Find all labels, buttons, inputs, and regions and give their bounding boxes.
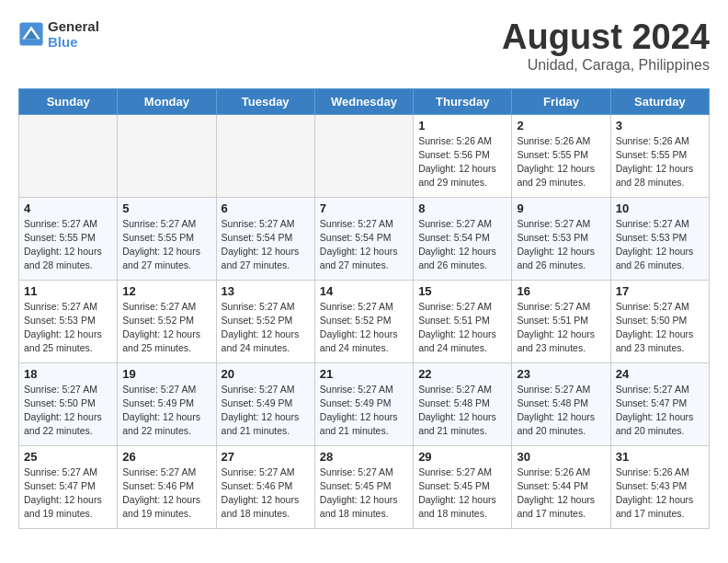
day-number: 6 [222,201,310,215]
day-info: Sunrise: 5:27 AM Sunset: 5:52 PM Dayligh… [222,300,310,356]
day-number: 24 [616,367,704,381]
logo-icon [18,21,44,47]
day-number: 21 [320,367,408,381]
calendar-cell: 30Sunrise: 5:26 AM Sunset: 5:44 PM Dayli… [512,445,610,528]
calendar-cell: 3Sunrise: 5:26 AM Sunset: 5:55 PM Daylig… [610,114,709,197]
weekday-header-sunday: Sunday [19,88,118,114]
calendar-week-2: 4Sunrise: 5:27 AM Sunset: 5:55 PM Daylig… [19,197,710,280]
day-number: 23 [517,367,605,381]
calendar-cell: 8Sunrise: 5:27 AM Sunset: 5:54 PM Daylig… [414,197,512,280]
calendar-cell: 7Sunrise: 5:27 AM Sunset: 5:54 PM Daylig… [314,197,413,280]
calendar-cell: 10Sunrise: 5:27 AM Sunset: 5:53 PM Dayli… [610,197,709,280]
day-info: Sunrise: 5:27 AM Sunset: 5:52 PM Dayligh… [122,300,210,356]
calendar-cell: 12Sunrise: 5:27 AM Sunset: 5:52 PM Dayli… [118,280,216,362]
calendar-cell: 29Sunrise: 5:27 AM Sunset: 5:45 PM Dayli… [414,445,512,528]
calendar-cell: 26Sunrise: 5:27 AM Sunset: 5:46 PM Dayli… [118,445,216,528]
day-info: Sunrise: 5:27 AM Sunset: 5:46 PM Dayligh… [122,465,210,522]
calendar-cell: 16Sunrise: 5:27 AM Sunset: 5:51 PM Dayli… [512,280,610,362]
calendar-cell: 4Sunrise: 5:27 AM Sunset: 5:55 PM Daylig… [19,197,118,280]
day-info: Sunrise: 5:27 AM Sunset: 5:47 PM Dayligh… [616,383,704,439]
day-number: 16 [517,284,605,298]
title-block: August 2024 Unidad, Caraga, Philippines [502,18,710,74]
weekday-header-row: SundayMondayTuesdayWednesdayThursdayFrid… [19,88,710,114]
calendar-cell: 23Sunrise: 5:27 AM Sunset: 5:48 PM Dayli… [512,362,610,445]
calendar-cell: 21Sunrise: 5:27 AM Sunset: 5:49 PM Dayli… [314,362,413,445]
calendar-cell: 28Sunrise: 5:27 AM Sunset: 5:45 PM Dayli… [314,445,413,528]
day-number: 14 [320,284,408,298]
weekday-header-saturday: Saturday [610,88,709,114]
logo-text: General Blue [48,18,99,50]
day-info: Sunrise: 5:27 AM Sunset: 5:54 PM Dayligh… [222,217,310,273]
day-number: 17 [616,284,704,298]
day-info: Sunrise: 5:27 AM Sunset: 5:45 PM Dayligh… [320,465,408,522]
day-info: Sunrise: 5:27 AM Sunset: 5:50 PM Dayligh… [24,383,112,439]
day-number: 1 [418,119,506,132]
day-number: 15 [418,284,506,298]
day-number: 11 [24,284,112,298]
weekday-header-friday: Friday [512,88,610,114]
day-number: 9 [517,201,605,215]
weekday-header-tuesday: Tuesday [216,88,314,114]
day-info: Sunrise: 5:27 AM Sunset: 5:53 PM Dayligh… [24,300,112,356]
day-number: 18 [24,367,112,381]
day-number: 2 [517,119,605,132]
calendar-cell: 9Sunrise: 5:27 AM Sunset: 5:53 PM Daylig… [512,197,610,280]
day-info: Sunrise: 5:26 AM Sunset: 5:55 PM Dayligh… [517,134,605,190]
day-number: 13 [222,284,310,298]
calendar-cell: 2Sunrise: 5:26 AM Sunset: 5:55 PM Daylig… [512,114,610,197]
day-number: 30 [517,450,605,464]
day-info: Sunrise: 5:27 AM Sunset: 5:53 PM Dayligh… [616,217,704,273]
day-number: 19 [122,367,210,381]
day-info: Sunrise: 5:27 AM Sunset: 5:54 PM Dayligh… [418,217,506,273]
calendar-cell: 13Sunrise: 5:27 AM Sunset: 5:52 PM Dayli… [216,280,314,362]
calendar-cell: 18Sunrise: 5:27 AM Sunset: 5:50 PM Dayli… [19,362,118,445]
day-number: 3 [616,119,704,132]
day-number: 31 [616,450,704,464]
day-info: Sunrise: 5:27 AM Sunset: 5:45 PM Dayligh… [418,465,506,522]
day-info: Sunrise: 5:27 AM Sunset: 5:47 PM Dayligh… [24,465,112,522]
day-info: Sunrise: 5:26 AM Sunset: 5:55 PM Dayligh… [616,134,704,190]
calendar-cell: 15Sunrise: 5:27 AM Sunset: 5:51 PM Dayli… [414,280,512,362]
calendar-cell [19,114,118,197]
weekday-header-wednesday: Wednesday [314,88,413,114]
calendar-cell: 24Sunrise: 5:27 AM Sunset: 5:47 PM Dayli… [610,362,709,445]
day-info: Sunrise: 5:27 AM Sunset: 5:49 PM Dayligh… [222,383,310,439]
day-number: 20 [222,367,310,381]
day-info: Sunrise: 5:26 AM Sunset: 5:56 PM Dayligh… [418,134,506,190]
page-header: General Blue August 2024 Unidad, Caraga,… [18,18,710,74]
day-info: Sunrise: 5:27 AM Sunset: 5:55 PM Dayligh… [24,217,112,273]
day-info: Sunrise: 5:27 AM Sunset: 5:46 PM Dayligh… [222,465,310,522]
day-number: 26 [122,450,210,464]
calendar-cell: 17Sunrise: 5:27 AM Sunset: 5:50 PM Dayli… [610,280,709,362]
day-number: 25 [24,450,112,464]
day-info: Sunrise: 5:27 AM Sunset: 5:51 PM Dayligh… [418,300,506,356]
day-info: Sunrise: 5:27 AM Sunset: 5:51 PM Dayligh… [517,300,605,356]
calendar-cell: 25Sunrise: 5:27 AM Sunset: 5:47 PM Dayli… [19,445,118,528]
calendar-cell: 5Sunrise: 5:27 AM Sunset: 5:55 PM Daylig… [118,197,216,280]
day-info: Sunrise: 5:27 AM Sunset: 5:50 PM Dayligh… [616,300,704,356]
day-number: 5 [122,201,210,215]
day-info: Sunrise: 5:26 AM Sunset: 5:44 PM Dayligh… [517,465,605,522]
calendar-cell: 1Sunrise: 5:26 AM Sunset: 5:56 PM Daylig… [414,114,512,197]
day-number: 4 [24,201,112,215]
calendar-cell [118,114,216,197]
calendar-cell: 11Sunrise: 5:27 AM Sunset: 5:53 PM Dayli… [19,280,118,362]
calendar-week-4: 18Sunrise: 5:27 AM Sunset: 5:50 PM Dayli… [19,362,710,445]
day-number: 10 [616,201,704,215]
calendar-cell: 20Sunrise: 5:27 AM Sunset: 5:49 PM Dayli… [216,362,314,445]
day-info: Sunrise: 5:27 AM Sunset: 5:55 PM Dayligh… [122,217,210,273]
day-info: Sunrise: 5:27 AM Sunset: 5:48 PM Dayligh… [517,383,605,439]
calendar-cell: 19Sunrise: 5:27 AM Sunset: 5:49 PM Dayli… [118,362,216,445]
calendar-cell: 6Sunrise: 5:27 AM Sunset: 5:54 PM Daylig… [216,197,314,280]
calendar-cell: 14Sunrise: 5:27 AM Sunset: 5:52 PM Dayli… [314,280,413,362]
day-info: Sunrise: 5:27 AM Sunset: 5:53 PM Dayligh… [517,217,605,273]
calendar-week-3: 11Sunrise: 5:27 AM Sunset: 5:53 PM Dayli… [19,280,710,362]
day-info: Sunrise: 5:27 AM Sunset: 5:52 PM Dayligh… [320,300,408,356]
calendar-table: SundayMondayTuesdayWednesdayThursdayFrid… [18,88,710,529]
calendar-cell: 27Sunrise: 5:27 AM Sunset: 5:46 PM Dayli… [216,445,314,528]
day-number: 8 [418,201,506,215]
calendar-cell [216,114,314,197]
day-info: Sunrise: 5:27 AM Sunset: 5:54 PM Dayligh… [320,217,408,273]
month-year-title: August 2024 [502,18,710,57]
weekday-header-monday: Monday [118,88,216,114]
